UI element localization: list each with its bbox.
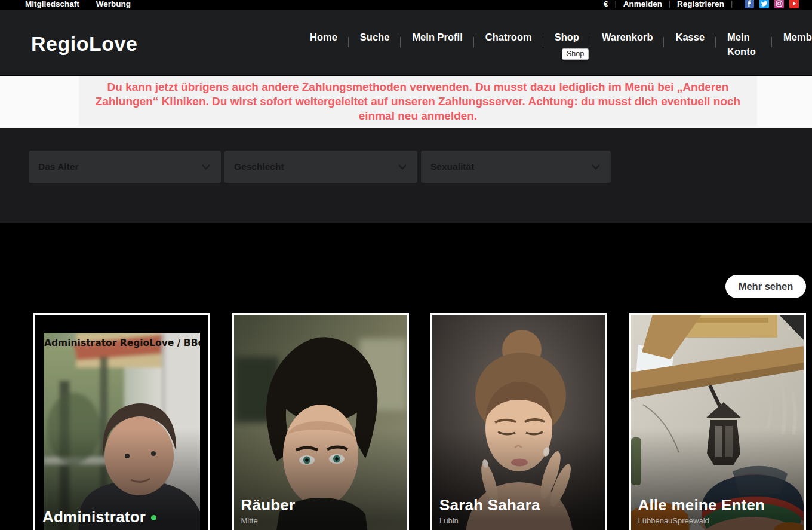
nav-item-shop[interactable]: Shop [543, 30, 590, 44]
chevron-down-icon [592, 161, 600, 172]
nav-item-mein-konto[interactable]: Mein Konto [716, 30, 772, 59]
age-filter-dropdown[interactable]: Das Alter [29, 151, 221, 183]
divider: | [731, 0, 733, 8]
online-indicator [151, 515, 156, 520]
instagram-icon[interactable] [774, 0, 784, 8]
youtube-icon[interactable] [789, 0, 799, 8]
member-cards-row: Administrator RegioLove / BBdate Adminis… [33, 313, 806, 530]
member-location: LübbenauSpreewald [638, 516, 798, 526]
nav-item-suche[interactable]: Suche [349, 30, 401, 44]
member-card-raeuber[interactable]: Räuber Mitte [232, 313, 409, 530]
chevron-down-icon [202, 161, 210, 172]
shop-tooltip: Shop [562, 48, 589, 60]
currency-switcher[interactable]: € [604, 0, 608, 8]
divider: | [669, 0, 670, 8]
page: Mitgliedschaft Werbung € | Anmelden | Re… [0, 0, 812, 530]
nav-item-members[interactable]: Members [772, 30, 812, 44]
member-location: Lubin [439, 516, 599, 526]
nav-item-kasse[interactable]: Kasse [664, 30, 716, 44]
link-werbung[interactable]: Werbung [96, 0, 131, 8]
gender-filter-dropdown[interactable]: Geschlecht [224, 151, 417, 183]
members-section: Mehr sehen [0, 223, 812, 530]
nav-item-chatroom[interactable]: Chatroom [474, 30, 543, 44]
chevron-down-icon [398, 161, 407, 172]
member-card-alle-meine-enten[interactable]: Alle meine Enten LübbenauSpreewald [629, 313, 806, 530]
nav-item-mein-profil[interactable]: Mein Profil [401, 30, 473, 44]
register-link[interactable]: Registrieren [677, 0, 724, 8]
divider: | [615, 0, 617, 8]
facebook-icon[interactable] [745, 0, 754, 8]
member-name: Alle meine Enten [638, 495, 798, 514]
payment-notice-banner: Du kann jetzt übrigens auch andere Zahlu… [79, 76, 757, 126]
member-name: Sarah Sahara [439, 495, 599, 514]
member-location: Mitte [241, 516, 401, 526]
member-card-administrator[interactable]: Administrator RegioLove / BBdate Adminis… [33, 313, 210, 530]
main-header: RegioLove Home Suche Mein Profil Chatroo… [0, 10, 812, 75]
nav-item-home[interactable]: Home [299, 30, 349, 44]
link-mitgliedschaft[interactable]: Mitgliedschaft [25, 0, 79, 8]
twitter-icon[interactable] [759, 0, 769, 8]
login-link[interactable]: Anmelden [623, 0, 662, 8]
more-button[interactable]: Mehr sehen [725, 275, 806, 298]
photo-shade [35, 315, 208, 530]
member-name: Räuber [241, 495, 401, 514]
payment-notice-text: Du kann jetzt übrigens auch andere Zahlu… [79, 76, 757, 123]
sexuality-filter-dropdown[interactable]: Sexualität [421, 151, 611, 183]
top-utility-bar: Mitgliedschaft Werbung € | Anmelden | Re… [0, 0, 812, 10]
nav-item-warenkorb[interactable]: Warenkorb [590, 30, 665, 44]
filter-section: Das Alter Geschlecht Sexualität [0, 128, 812, 223]
member-name: Administrator [42, 507, 202, 526]
member-card-sarah-sahara[interactable]: Sarah Sahara Lubin [430, 313, 607, 530]
site-logo[interactable]: RegioLove [31, 32, 137, 56]
notice-strip: Du kann jetzt übrigens auch andere Zahlu… [0, 76, 812, 128]
main-navigation: Home Suche Mein Profil Chatroom Shop War… [299, 30, 812, 59]
